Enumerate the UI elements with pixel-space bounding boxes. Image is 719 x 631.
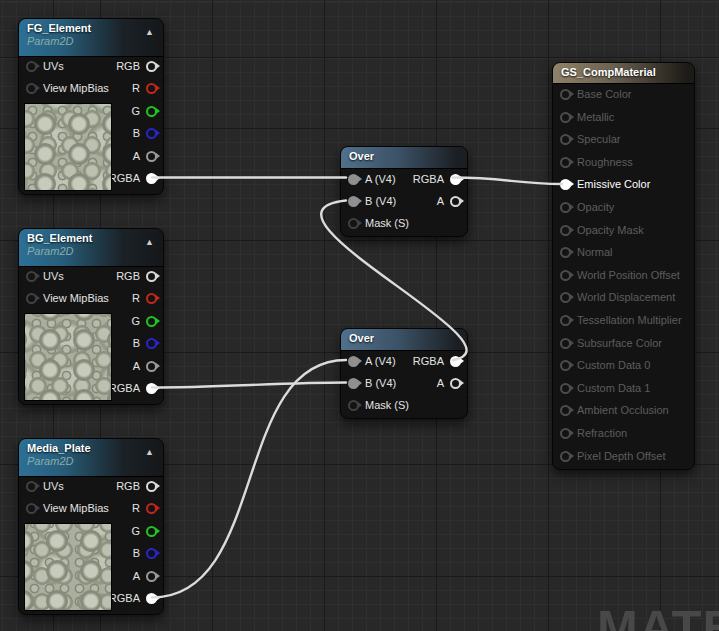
- pin-label: Tessellation Multiplier: [577, 313, 682, 327]
- pin-a-v4[interactable]: [348, 356, 359, 367]
- pin-r[interactable]: [146, 503, 157, 514]
- wire-media-to-over-a[interactable]: [152, 360, 346, 598]
- pin-opacity-mask[interactable]: [560, 225, 571, 236]
- pin-tessellation-multiplier[interactable]: [560, 315, 571, 326]
- node-title: Over: [349, 150, 459, 163]
- pin-r[interactable]: [146, 293, 157, 304]
- pin-pixel-depth-offset[interactable]: [560, 451, 571, 462]
- node-header[interactable]: GS_CompMaterial: [553, 63, 694, 84]
- collapse-arrow-icon[interactable]: ▲: [145, 28, 154, 37]
- graph-canvas[interactable]: FG_Element Param2D ▲ UVs View MipBias RG…: [0, 0, 719, 631]
- node-subtitle: Param2D: [27, 455, 155, 468]
- pin-label: A: [133, 359, 140, 373]
- pin-label: RGB: [116, 479, 140, 493]
- pin-opacity[interactable]: [560, 202, 571, 213]
- pin-b-v4[interactable]: [348, 378, 359, 389]
- pin-uvs[interactable]: [26, 61, 37, 72]
- pin-label: World Position Offset: [577, 268, 680, 282]
- pin-uvs[interactable]: [26, 271, 37, 282]
- pin-custom-data-0[interactable]: [560, 360, 571, 371]
- node-media-plate[interactable]: Media_Plate Param2D ▲ UVs View MipBias R…: [18, 438, 164, 615]
- node-title: FG_Element: [27, 22, 155, 35]
- pin-a-out[interactable]: [450, 196, 461, 207]
- pin-subsurface-color[interactable]: [560, 338, 571, 349]
- pin-specular[interactable]: [560, 134, 571, 145]
- pin-label: Base Color: [577, 87, 631, 101]
- node-header[interactable]: BG_Element Param2D ▲: [19, 229, 163, 267]
- node-header[interactable]: Over: [341, 147, 467, 169]
- pin-label: RGBA: [413, 172, 444, 186]
- pin-label: A (V4): [365, 172, 396, 186]
- pin-b[interactable]: [146, 548, 157, 559]
- pin-label: RGB: [116, 59, 140, 73]
- pin-view-mipbias[interactable]: [26, 293, 37, 304]
- pin-label: Opacity Mask: [577, 223, 644, 237]
- pin-roughness[interactable]: [560, 157, 571, 168]
- node-over-bottom[interactable]: Over A (V4) B (V4) Mask (S) RGBA A: [340, 328, 468, 419]
- pin-label: G: [131, 524, 140, 538]
- pin-label: B (V4): [365, 376, 396, 390]
- pin-label: A (V4): [365, 354, 396, 368]
- pin-label: B (V4): [365, 194, 396, 208]
- pin-label: View MipBias: [43, 501, 109, 515]
- pin-label: UVs: [43, 479, 64, 493]
- pin-b-v4[interactable]: [348, 196, 359, 207]
- collapse-arrow-icon[interactable]: ▲: [145, 448, 154, 457]
- node-header[interactable]: Over: [341, 329, 467, 351]
- pin-base-color[interactable]: [560, 89, 571, 100]
- pin-label: G: [131, 314, 140, 328]
- pin-emissive-color[interactable]: [560, 179, 571, 190]
- pin-label: Opacity: [577, 200, 614, 214]
- texture-preview: [24, 523, 112, 611]
- watermark-text: MATE: [597, 603, 719, 631]
- pin-g[interactable]: [146, 526, 157, 537]
- pin-rgba-out[interactable]: [450, 174, 461, 185]
- pin-custom-data-1[interactable]: [560, 383, 571, 394]
- node-title: Over: [349, 332, 459, 345]
- pin-label: Pixel Depth Offset: [577, 449, 665, 463]
- pin-rgb[interactable]: [146, 61, 157, 72]
- node-header[interactable]: Media_Plate Param2D ▲: [19, 439, 163, 477]
- pin-a-v4[interactable]: [348, 174, 359, 185]
- pin-mask-s[interactable]: [348, 400, 359, 411]
- pin-view-mipbias[interactable]: [26, 503, 37, 514]
- pin-g[interactable]: [146, 316, 157, 327]
- pin-normal[interactable]: [560, 247, 571, 258]
- pin-rgba[interactable]: [146, 383, 157, 394]
- wire-over1-to-emissive[interactable]: [453, 178, 562, 185]
- pin-r[interactable]: [146, 83, 157, 94]
- pin-a[interactable]: [146, 361, 157, 372]
- pin-rgb[interactable]: [146, 481, 157, 492]
- pin-b[interactable]: [146, 338, 157, 349]
- pin-rgba-out[interactable]: [450, 356, 461, 367]
- pin-label: R: [132, 501, 140, 515]
- pin-world-position-offset[interactable]: [560, 270, 571, 281]
- pin-rgba[interactable]: [146, 593, 157, 604]
- pin-g[interactable]: [146, 106, 157, 117]
- pin-world-displacement[interactable]: [560, 292, 571, 303]
- pin-mask-s[interactable]: [348, 218, 359, 229]
- pin-metallic[interactable]: [560, 112, 571, 123]
- node-header[interactable]: FG_Element Param2D ▲: [19, 19, 163, 57]
- pin-ambient-occlusion[interactable]: [560, 405, 571, 416]
- node-fg-element[interactable]: FG_Element Param2D ▲ UVs View MipBias RG…: [18, 18, 164, 195]
- pin-label: A: [133, 149, 140, 163]
- collapse-arrow-icon[interactable]: ▲: [145, 238, 154, 247]
- pin-label: Emissive Color: [577, 177, 650, 191]
- pin-b[interactable]: [146, 128, 157, 139]
- pin-a[interactable]: [146, 571, 157, 582]
- pin-uvs[interactable]: [26, 481, 37, 492]
- wire-bg-to-over-b[interactable]: [152, 383, 346, 388]
- pin-a[interactable]: [146, 151, 157, 162]
- node-bg-element[interactable]: BG_Element Param2D ▲ UVs View MipBias RG…: [18, 228, 164, 405]
- node-gs-compmaterial[interactable]: GS_CompMaterial Base Color Metallic Spec…: [552, 62, 695, 470]
- pin-a-out[interactable]: [450, 378, 461, 389]
- node-title: BG_Element: [27, 232, 155, 245]
- pin-refraction[interactable]: [560, 428, 571, 439]
- pin-label: Ambient Occlusion: [577, 403, 669, 417]
- pin-rgba[interactable]: [146, 173, 157, 184]
- node-over-top[interactable]: Over A (V4) B (V4) Mask (S) RGBA A: [340, 146, 468, 237]
- pin-rgb[interactable]: [146, 271, 157, 282]
- pin-label: Normal: [577, 245, 612, 259]
- pin-view-mipbias[interactable]: [26, 83, 37, 94]
